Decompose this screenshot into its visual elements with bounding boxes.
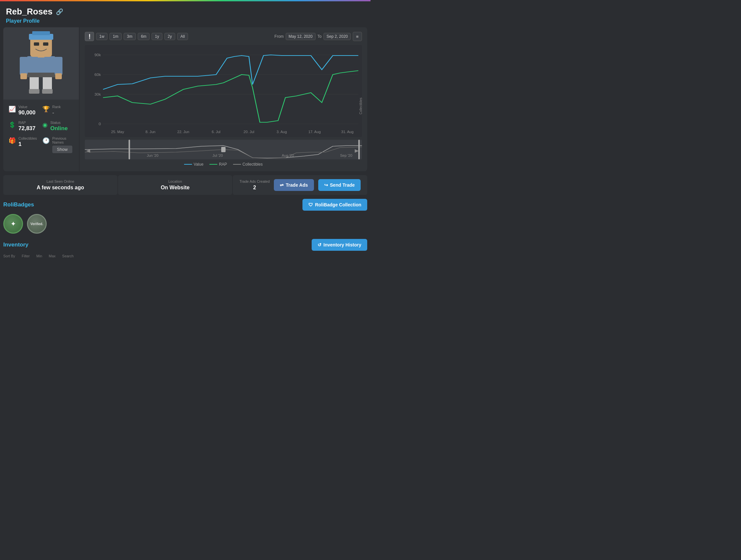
svg-text:6. Jul: 6. Jul	[212, 130, 220, 134]
stat-status-item: ◉ Status Online	[43, 121, 74, 132]
svg-rect-0	[29, 75, 39, 91]
stat-collectibles-item: 🎁 Collectibles 1	[9, 136, 40, 153]
svg-rect-36	[129, 140, 130, 159]
mini-chart-svg: Jun '20 Jul '20 Aug '20 Sep '20 ◀ ▶	[85, 140, 362, 159]
roli-collection-button[interactable]: 🛡 RoliBadge Collection	[302, 199, 367, 211]
link-icon[interactable]: 🔗	[56, 8, 63, 15]
from-label: From	[274, 34, 284, 39]
svg-text:0: 0	[98, 122, 101, 126]
legend-rap-label: RAP	[219, 162, 227, 166]
time-btn-all[interactable]: All	[177, 33, 188, 40]
inventory-filters: Sort By Filter Min Max Search	[3, 254, 367, 259]
trade-ads-segment: Trade Ads Created 2 ⇌ Trade Ads ↪ Send T…	[233, 175, 367, 195]
legend-rap: RAP	[209, 162, 227, 166]
time-btn-3m[interactable]: 3m	[124, 33, 136, 40]
inventory-title: Inventory	[3, 241, 28, 248]
stats-grid: 📈 Value 90,000 🏆 Rank - 💲 RAP 72,8	[3, 99, 79, 153]
inventory-history-button[interactable]: ↺ Inventory History	[312, 239, 367, 251]
svg-rect-6	[20, 57, 27, 75]
shield-icon: 🛡	[309, 202, 313, 207]
info-bar: Last Seen Online A few seconds ago Locat…	[3, 175, 367, 195]
value-icon: 📈	[9, 106, 16, 113]
mini-chart: Jun '20 Jul '20 Aug '20 Sep '20 ◀ ▶	[85, 140, 362, 159]
avatar-area	[3, 27, 79, 99]
star-badge[interactable]: ✦	[3, 214, 23, 234]
last-seen-label: Last Seen Online	[46, 180, 74, 184]
chart-menu-button[interactable]: ≡	[353, 32, 362, 41]
svg-rect-1	[43, 75, 52, 91]
status-icon: ◉	[43, 121, 48, 129]
svg-text:3. Aug: 3. Aug	[276, 130, 287, 134]
legend-value-line	[184, 164, 192, 165]
location-label: Location	[168, 180, 182, 184]
svg-text:◀: ◀	[86, 148, 90, 153]
main-chart-svg: 90k 60k 30k 0 25. May 8. Jun 22. Jun 6. …	[85, 45, 362, 137]
stat-value-item: 📈 Value 90,000	[9, 105, 40, 116]
send-trade-icon: ↪	[324, 183, 328, 188]
roli-collection-label: RoliBadge Collection	[315, 202, 361, 207]
svg-text:30k: 30k	[94, 92, 101, 96]
time-btn-1y[interactable]: 1y	[151, 33, 162, 40]
trade-ads-icon: ⇌	[280, 183, 284, 188]
collectibles-number: 1	[18, 141, 37, 148]
time-btn-6m[interactable]: 6m	[138, 33, 150, 40]
chart-controls: ❕ 1w 1m 3m 6m 1y 2y All From May 12, 202…	[85, 32, 362, 41]
from-date[interactable]: May 12, 2020	[286, 33, 316, 40]
stat-rap-item: 💲 RAP 72,837	[9, 121, 40, 132]
legend-value: Value	[184, 162, 203, 166]
inventory-section: Inventory ↺ Inventory History Sort By Fi…	[3, 239, 367, 259]
svg-text:Aug '20: Aug '20	[282, 154, 294, 157]
show-button[interactable]: Show	[52, 146, 72, 153]
time-btn-1m[interactable]: 1m	[110, 33, 122, 40]
svg-text:8. Jun: 8. Jun	[146, 130, 155, 134]
rank-icon: 🏆	[43, 106, 50, 113]
svg-rect-12	[34, 43, 39, 46]
svg-text:Jul '20: Jul '20	[212, 154, 223, 157]
legend-value-label: Value	[194, 162, 203, 166]
page-header: Reb_Roses 🔗	[0, 1, 370, 18]
svg-text:Sep '20: Sep '20	[340, 154, 352, 157]
svg-text:Collectibles: Collectibles	[358, 97, 362, 114]
alert-button[interactable]: ❕	[85, 32, 94, 41]
svg-text:31. Aug: 31. Aug	[341, 130, 354, 134]
legend-rap-line	[209, 164, 217, 165]
trade-ads-count-area: Trade Ads Created 2	[239, 180, 270, 191]
to-label: To	[318, 34, 322, 39]
date-range: From May 12, 2020 To Sep 2, 2020 ≡	[274, 32, 362, 41]
time-btn-2y[interactable]: 2y	[164, 33, 175, 40]
svg-rect-13	[43, 43, 48, 46]
stat-rank-item: 🏆 Rank -	[43, 105, 74, 116]
location-segment: Location On Website	[118, 175, 232, 195]
collectibles-icon: 🎁	[9, 137, 16, 144]
time-btn-1w[interactable]: 1w	[96, 33, 108, 40]
trade-ads-button[interactable]: ⇌ Trade Ads	[274, 179, 314, 191]
svg-text:20. Jul: 20. Jul	[244, 130, 255, 134]
svg-text:60k: 60k	[94, 73, 101, 77]
avatar-image	[20, 30, 62, 96]
filter-min: Min	[37, 254, 43, 258]
collectibles-label: Collectibles	[18, 136, 37, 140]
trade-ads-count: 2	[253, 185, 256, 191]
prev-names-label: Previous Names	[52, 136, 74, 144]
badges-row: ✦ Verified.	[3, 214, 367, 234]
status-label: Status	[50, 121, 68, 125]
send-trade-btn-label: Send Trade	[330, 183, 355, 188]
to-date[interactable]: Sep 2, 2020	[324, 33, 351, 40]
filter-sort-by: Sort By	[3, 254, 15, 258]
location-value: On Website	[161, 185, 190, 191]
svg-rect-15	[32, 31, 50, 35]
value-number: 90,000	[18, 110, 36, 116]
svg-text:25. May: 25. May	[111, 130, 124, 134]
roli-header: RoliBadges 🛡 RoliBadge Collection	[3, 199, 367, 211]
trade-ads-label: Trade Ads Created	[239, 180, 270, 184]
rap-label: RAP	[18, 121, 36, 125]
username: Reb_Roses	[6, 7, 53, 17]
send-trade-button[interactable]: ↪ Send Trade	[318, 179, 361, 191]
history-icon: ↺	[318, 242, 322, 248]
verified-badge[interactable]: Verified.	[27, 214, 47, 234]
legend-collectibles-line	[233, 164, 241, 165]
chart-legend: Value RAP Collectibles	[85, 162, 362, 166]
svg-text:22. Jun: 22. Jun	[177, 130, 189, 134]
filter-search: Search	[62, 254, 74, 258]
value-label: Value	[18, 105, 36, 109]
